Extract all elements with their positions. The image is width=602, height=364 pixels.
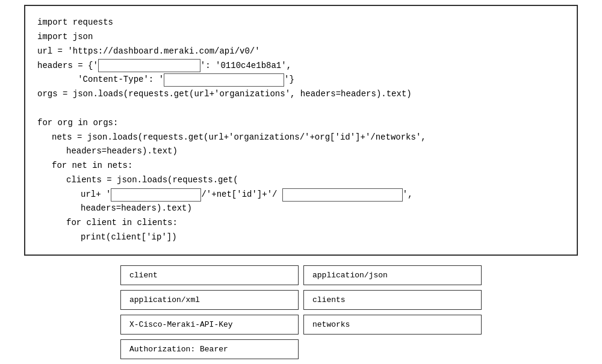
code-line: headers=headers).text) [37,144,565,159]
code-line: for client in clients: [37,216,565,230]
option-x-cisco-meraki-api-key[interactable]: X-Cisco-Meraki-API-Key [120,315,299,335]
code-text: import requests [37,16,113,30]
code-line: for org in orgs: [37,116,565,131]
input-url-path2[interactable] [282,188,403,202]
code-text: ': '0110c4e1b8a1', [200,59,291,73]
code-text: url = 'https://dashboard.meraki.com/api/… [37,45,260,59]
code-line: print(client['ip']) [37,230,565,245]
code-line: nets = json.loads(requests.get(url+'orga… [37,131,565,145]
option-label: client [129,271,158,280]
code-line-content-type: 'Content-Type': ' '} [37,73,565,87]
option-label: application/xml [129,295,200,304]
code-text: /'+net['id']+'/ [201,188,282,202]
code-text: headers=headers).text) [81,202,192,216]
option-networks[interactable]: networks [303,315,482,335]
options-grid: client application/json application/xml … [120,265,482,359]
option-authorization-bearer[interactable]: Authorization: Bearer [120,339,299,359]
code-text: print(client['ip']) [81,230,177,245]
code-text: nets = json.loads(requests.get(url+'orga… [52,131,426,145]
code-text: headers = {' [37,59,98,73]
main-container: import requests import json url = 'https… [24,5,578,359]
code-line-url-path: url+ ' /'+net['id']+'/ ', [37,188,565,202]
option-application-xml[interactable]: application/xml [120,290,299,310]
input-content-type[interactable] [164,73,284,87]
code-line: url = 'https://dashboard.meraki.com/api/… [37,45,565,59]
code-text: for client in clients: [66,216,178,230]
code-text [37,102,42,116]
code-line: headers=headers).text) [37,202,565,216]
code-line: clients = json.loads(requests.get( [37,173,565,188]
option-label: Authorization: Bearer [129,345,228,354]
option-application-json[interactable]: application/json [303,265,482,285]
code-line: import json [37,30,565,45]
option-label: clients [312,295,346,304]
input-api-key-header[interactable] [98,59,200,72]
code-text: clients = json.loads(requests.get( [66,173,238,188]
code-line-blank [37,102,565,116]
code-text: headers=headers).text) [66,144,178,159]
option-label: application/json [312,271,388,280]
option-clients[interactable]: clients [303,290,482,310]
code-box: import requests import json url = 'https… [24,5,578,256]
code-text: ', [403,188,413,202]
code-line: orgs = json.loads(requests.get(url+'orga… [37,87,565,102]
input-url-path1[interactable] [111,188,201,202]
option-client[interactable]: client [120,265,299,285]
code-text: orgs = json.loads(requests.get(url+'orga… [37,87,412,102]
code-line: for net in nets: [37,159,565,173]
option-label: networks [312,320,350,329]
code-line-headers: headers = {' ': '0110c4e1b8a1', [37,59,565,73]
code-text: for org in orgs: [37,116,118,131]
code-line: import requests [37,16,565,30]
code-text: url+ ' [81,188,111,202]
code-text: 'Content-Type': ' [37,73,164,87]
code-text: for net in nets: [52,159,132,173]
code-text: import json [37,30,93,45]
code-text: '} [284,73,294,87]
option-label: X-Cisco-Meraki-API-Key [129,320,233,329]
